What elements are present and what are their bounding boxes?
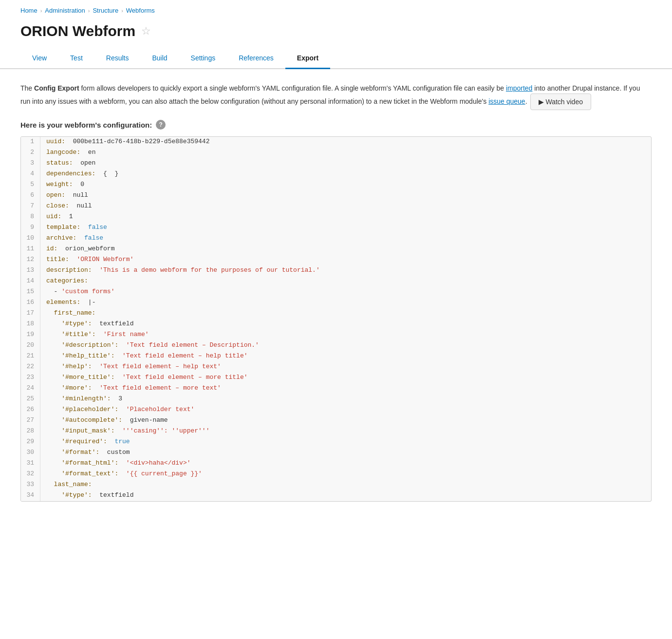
breadcrumb-structure[interactable]: Structure [93, 7, 118, 14]
yaml-code-block: 1 uuid: 000be111-dc76-418b-b229-d5e88e35… [20, 136, 652, 502]
code-line-28: 28 '#input_mask': '''casing'': ''upper''… [21, 426, 651, 437]
tabs-nav: View Test Results Build Settings Referen… [0, 48, 672, 69]
tab-view[interactable]: View [20, 48, 58, 69]
description-paragraph: The Config Export form allows developers… [20, 83, 652, 110]
code-line-13: 13 description: 'This is a demo webform … [21, 265, 651, 276]
code-line-16: 16 elements: |- [21, 298, 651, 308]
tab-results[interactable]: Results [94, 48, 141, 69]
code-line-29: 29 '#required': true [21, 437, 651, 448]
tab-references[interactable]: References [227, 48, 285, 69]
code-line-8: 8 uid: 1 [21, 212, 651, 223]
code-line-22: 22 '#help': 'Text field element – help t… [21, 362, 651, 373]
code-line-9: 9 template: false [21, 223, 651, 233]
breadcrumb-sep-2: › [88, 8, 90, 14]
code-line-21: 21 '#help_title': 'Text field element – … [21, 351, 651, 362]
code-line-2: 2 langcode: en [21, 148, 651, 158]
code-line-18: 18 '#type': textfield [21, 319, 651, 330]
code-line-17: 17 first_name: [21, 308, 651, 319]
config-section-label: Here is your webform's configuration: ? [20, 120, 652, 130]
code-line-10: 10 archive: false [21, 233, 651, 244]
tab-test[interactable]: Test [58, 48, 94, 69]
code-line-19: 19 '#title': 'First name' [21, 330, 651, 340]
page-header: ORION Webform ☆ [0, 21, 672, 48]
breadcrumb-sep-1: › [40, 8, 42, 14]
code-line-7: 7 close: null [21, 201, 651, 212]
code-line-15: 15 - 'custom forms' [21, 287, 651, 298]
help-icon[interactable]: ? [156, 120, 166, 130]
code-line-26: 26 '#placeholder': 'Placeholder text' [21, 405, 651, 415]
code-line-4: 4 dependencies: { } [21, 169, 651, 180]
code-line-1: 1 uuid: 000be111-dc76-418b-b229-d5e88e35… [21, 137, 651, 148]
breadcrumb-administration[interactable]: Administration [45, 7, 85, 14]
breadcrumb: Home › Administration › Structure › Webf… [0, 0, 672, 21]
config-label-text: Here is your webform's configuration: [20, 121, 152, 129]
breadcrumb-webforms[interactable]: Webforms [126, 7, 155, 14]
code-line-25: 25 '#minlength': 3 [21, 394, 651, 405]
code-line-24: 24 '#more': 'Text field element – more t… [21, 383, 651, 394]
tab-build[interactable]: Build [140, 48, 179, 69]
code-line-34: 34 '#type': textfield [21, 490, 651, 501]
tab-settings[interactable]: Settings [179, 48, 227, 69]
code-line-12: 12 title: 'ORION Webform' [21, 255, 651, 265]
main-content: The Config Export form allows developers… [0, 69, 672, 515]
code-line-23: 23 '#more_title': 'Text field element – … [21, 373, 651, 383]
watch-video-button[interactable]: ▶ Watch video [530, 94, 591, 110]
issue-queue-link[interactable]: issue queue [488, 97, 525, 105]
code-line-6: 6 open: null [21, 190, 651, 201]
config-export-bold: Config Export [34, 84, 79, 92]
code-line-30: 30 '#format': custom [21, 448, 651, 458]
breadcrumb-sep-3: › [121, 8, 123, 14]
breadcrumb-home[interactable]: Home [20, 7, 37, 14]
code-line-11: 11 id: orion_webform [21, 244, 651, 255]
code-line-32: 32 '#format_text': '{{ current_page }}' [21, 469, 651, 480]
imported-link[interactable]: imported [506, 84, 532, 92]
code-line-3: 3 status: open [21, 158, 651, 169]
page-title: ORION Webform [20, 23, 135, 39]
code-line-33: 33 last_name: [21, 480, 651, 490]
code-line-31: 31 '#format_html': '<div>haha</div>' [21, 458, 651, 469]
code-line-20: 20 '#description': 'Text field element –… [21, 340, 651, 351]
code-line-27: 27 '#autocomplete': given-name [21, 415, 651, 426]
code-line-5: 5 weight: 0 [21, 180, 651, 190]
tab-export[interactable]: Export [285, 48, 330, 69]
favorite-star-icon[interactable]: ☆ [141, 25, 151, 38]
code-line-14: 14 categories: [21, 276, 651, 287]
